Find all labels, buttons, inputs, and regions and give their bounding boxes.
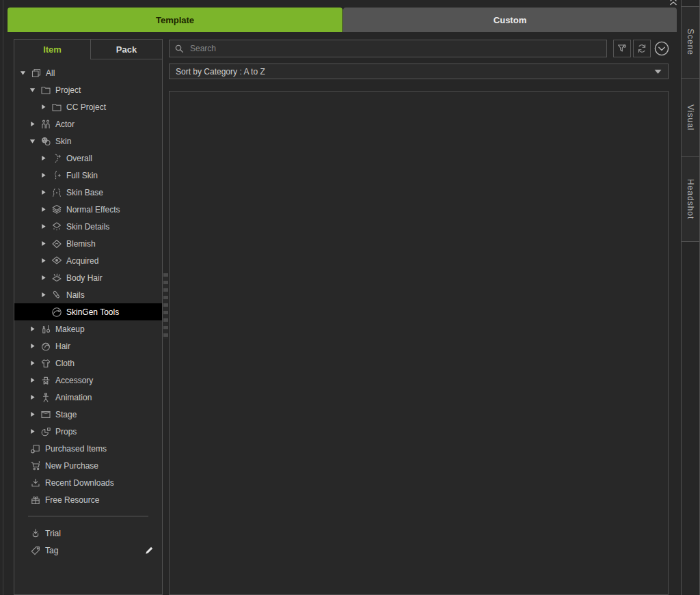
tree-item-label: Accessory — [55, 376, 93, 385]
sort-dropdown[interactable]: Sort by Category : A to Z — [169, 64, 669, 79]
props-icon — [40, 426, 52, 437]
tree-item-skin-details[interactable]: Skin Details — [14, 218, 162, 235]
expand-arrow-icon[interactable] — [40, 223, 51, 230]
gift-icon — [29, 495, 42, 506]
tree-item-props[interactable]: Props — [14, 423, 162, 440]
expand-arrow-icon[interactable] — [29, 121, 40, 127]
tree-item-label: Recent Downloads — [45, 478, 114, 488]
tree-item-recent-downloads[interactable]: Recent Downloads — [14, 474, 162, 491]
caret-down-icon — [654, 69, 662, 74]
library-sidebar: Item Pack AllProjectCC ProjectActorSkinO… — [14, 39, 163, 595]
expand-arrow-icon[interactable] — [40, 172, 51, 178]
expand-arrow-icon[interactable] — [29, 326, 40, 332]
search-input[interactable] — [189, 43, 606, 54]
tree-item-label: CC Project — [66, 102, 106, 112]
side-tab-label: Headshot — [686, 179, 695, 219]
tree-item-stage[interactable]: Stage — [14, 406, 162, 423]
tree-item-actor[interactable]: Actor — [14, 115, 162, 133]
right-strip-spacer — [682, 0, 699, 7]
tree-item-animation[interactable]: Animation — [14, 389, 162, 406]
tree-item-overall[interactable]: Overall — [14, 150, 162, 167]
expand-arrow-icon[interactable] — [40, 292, 51, 298]
expand-arrow-icon[interactable] — [29, 428, 40, 434]
tab-pack[interactable]: Pack — [90, 40, 162, 59]
tab-item-label: Item — [43, 44, 62, 55]
side-tab-headshot[interactable]: Headshot — [682, 157, 699, 242]
tree-item-label: Purchased Items — [45, 444, 107, 454]
tree-scrollbar-thumb[interactable] — [163, 273, 168, 339]
tree-item-label: All — [46, 68, 55, 78]
refresh-button[interactable] — [633, 40, 651, 57]
side-tab-scene[interactable]: Scene — [682, 7, 699, 79]
expand-arrow-icon[interactable] — [29, 360, 40, 366]
tree-item-free-resource[interactable]: Free Resource — [14, 491, 162, 508]
tab-custom[interactable]: Custom — [343, 8, 677, 32]
tree-item-nails[interactable]: Nails — [14, 286, 162, 303]
tree-item-new-purchase[interactable]: New Purchase — [14, 457, 162, 474]
tree-item-label: Blemish — [66, 239, 96, 249]
side-tab-visual[interactable]: Visual — [682, 79, 699, 157]
tree-item-label: Skin Details — [66, 222, 109, 232]
tree-item-accessory[interactable]: Accessory — [14, 372, 162, 389]
collapse-arrow-icon[interactable] — [29, 138, 40, 144]
tree-item-purchased-items[interactable]: Purchased Items — [14, 440, 162, 457]
collapse-arrow-icon[interactable] — [20, 70, 30, 76]
body-hair-icon — [51, 273, 63, 283]
tree-item-label: Makeup — [55, 324, 85, 334]
tree-item-label: Full Skin — [66, 171, 98, 180]
expand-arrow-icon[interactable] — [40, 275, 51, 281]
collapse-arrow-icon[interactable] — [29, 87, 40, 93]
expand-arrow-icon[interactable] — [40, 104, 51, 110]
tree-item-hair[interactable]: Hair — [14, 337, 162, 355]
expand-arrow-icon[interactable] — [29, 394, 40, 400]
tree-item-label: SkinGen Tools — [66, 307, 119, 317]
tree-item-tag[interactable]: Tag — [14, 542, 162, 559]
expand-arrow-icon[interactable] — [29, 343, 40, 349]
tree-item-acquired[interactable]: Acquired — [14, 252, 162, 269]
skin-icon — [40, 136, 52, 147]
tab-template[interactable]: Template — [8, 8, 342, 32]
right-tab-strip: SceneVisualHeadshot — [681, 0, 700, 595]
makeup-icon — [40, 324, 52, 335]
actor-icon — [40, 119, 52, 130]
tree-item-cloth[interactable]: Cloth — [14, 355, 162, 372]
expand-arrow-icon[interactable] — [40, 206, 51, 212]
tree-item-full-skin[interactable]: Full Skin — [14, 167, 162, 184]
pin-collapse-icon[interactable] — [669, 0, 679, 5]
expand-arrow-icon[interactable] — [40, 155, 51, 161]
tree-item-body-hair[interactable]: Body Hair — [14, 269, 162, 286]
search-icon — [174, 44, 185, 54]
tree-item-skin-base[interactable]: Skin Base — [14, 184, 162, 201]
category-tree: AllProjectCC ProjectActorSkinOverallFull… — [14, 64, 162, 559]
search-box — [169, 40, 607, 57]
tree-item-all[interactable]: All — [14, 64, 162, 81]
overall-icon — [51, 153, 63, 164]
tree-item-trial[interactable]: Trial — [14, 525, 162, 542]
side-tab-label: Visual — [686, 105, 695, 130]
tree-item-skingen-tools[interactable]: SkinGen Tools — [14, 303, 162, 320]
tree-item-label: Nails — [66, 290, 85, 300]
tree-item-cc-project[interactable]: CC Project — [14, 98, 162, 115]
expand-arrow-icon[interactable] — [40, 240, 51, 247]
folder-icon — [40, 85, 52, 96]
expand-arrow-icon[interactable] — [29, 411, 40, 417]
filter-button[interactable] — [613, 40, 631, 57]
tree-item-normal-effects[interactable]: Normal Effects — [14, 201, 162, 218]
tree-scrollbar-track[interactable] — [163, 39, 169, 595]
expand-arrow-icon[interactable] — [40, 258, 51, 264]
tree-item-blemish[interactable]: Blemish — [14, 235, 162, 252]
expand-arrow-icon[interactable] — [29, 377, 40, 383]
tree-item-label: Normal Effects — [66, 205, 120, 215]
tree-item-makeup[interactable]: Makeup — [14, 320, 162, 337]
tree-item-label: Overall — [66, 154, 92, 163]
cloth-icon — [40, 358, 52, 369]
cart-icon — [29, 460, 42, 471]
tree-item-project[interactable]: Project — [14, 81, 162, 98]
expand-arrow-icon[interactable] — [40, 189, 51, 195]
tree-item-skin[interactable]: Skin — [14, 133, 162, 150]
skingen-icon — [51, 307, 63, 318]
expand-all-button[interactable] — [652, 39, 671, 58]
trial-icon — [29, 528, 42, 539]
edit-tag-button[interactable] — [144, 544, 155, 556]
tab-item[interactable]: Item — [14, 40, 90, 59]
